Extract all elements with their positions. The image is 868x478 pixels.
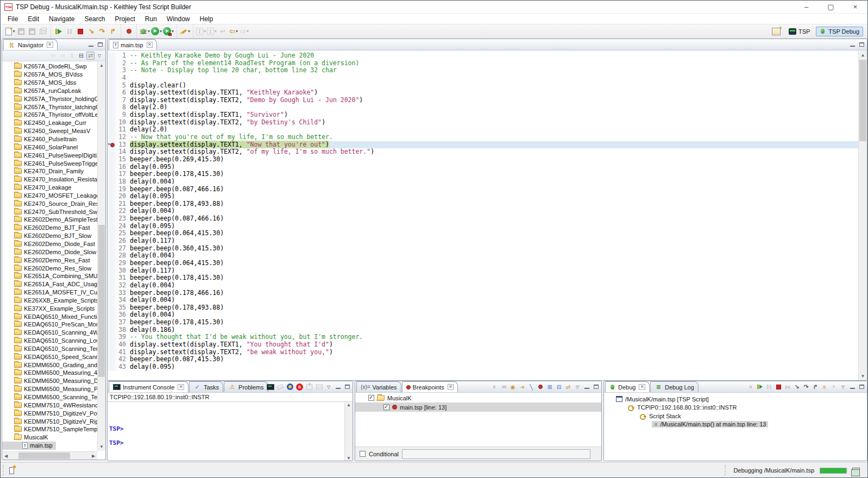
breakpoint-gutter[interactable] [108, 215, 116, 223]
breakpoint-gutter[interactable] [108, 97, 116, 104]
new-wizard-button[interactable]: ✦▾ [5, 26, 15, 37]
editor-line[interactable]: 18delay(0.004) [108, 178, 858, 186]
minimize-button[interactable]: – [794, 1, 819, 13]
editor-line[interactable]: 35beeper.beep(0.178,493.88) [108, 304, 858, 312]
editor-line[interactable]: 27beeper.beep(0.360,415.30) [108, 245, 858, 253]
navigator-item[interactable]: MusicalK [2, 433, 97, 442]
tab-main-tsp[interactable]: T main.tsp ✕ [109, 39, 157, 50]
navigator-item[interactable]: KE2602Demo_Res_Fast [2, 256, 97, 264]
menu-window[interactable]: Window [162, 14, 195, 24]
breakpoint-gutter[interactable] [108, 200, 116, 208]
minimize-view-icon[interactable] [848, 41, 856, 48]
debug-script-stack-row[interactable]: Script Stack [604, 412, 867, 420]
navigator-item[interactable]: KE2602Demo_Diode_Fast [2, 240, 97, 248]
collapse-all-icon[interactable]: ⊟ [77, 52, 85, 59]
navigator-item[interactable]: K2657A_runCapLeak [2, 87, 97, 95]
drop-to-frame-icon[interactable]: ⌖ [830, 383, 838, 391]
editor-line[interactable]: 3-- Note - Display top line 20 char, bot… [108, 67, 858, 74]
breakpoint-gutter[interactable] [108, 156, 116, 163]
navigator-item[interactable]: KEDMM6500_Measuring_4W_R [2, 369, 97, 377]
maximize-view-icon[interactable] [343, 383, 351, 391]
breakpoint-gutter[interactable] [108, 334, 116, 341]
navigator-item[interactable]: KEDMM6500_Scanning_Temper [2, 393, 97, 401]
breakpoint-gutter[interactable] [108, 356, 116, 363]
navigator-item[interactable]: KEDAQ6510_Scanning_Tempera [2, 345, 97, 353]
editor-line[interactable]: 6display.settext(display.TEXT1, "Keithle… [108, 89, 858, 97]
run-config-button[interactable]: ▾ [163, 26, 174, 37]
forward-button[interactable]: ⇨▾ [240, 26, 249, 37]
print-button[interactable] [38, 26, 48, 37]
editor-line[interactable]: 12-- Now that you're out of my life, I'm… [108, 134, 858, 141]
navigator-item[interactable]: KEDAQ6510_Mixed_Function_S [2, 312, 97, 320]
breakpoint-row[interactable]: main.tsp [line: 13] [355, 402, 601, 412]
breakpoint-gutter[interactable] [108, 245, 116, 253]
breakpoint-gutter[interactable] [108, 67, 116, 74]
breakpoint-gutter[interactable] [108, 297, 116, 304]
menu-edit[interactable]: Edit [23, 14, 44, 24]
navigator-item[interactable]: KEDMM6500_Measuring_Power [2, 385, 97, 393]
editor-line[interactable]: 31beeper.beep(0.178,415.30) [108, 274, 858, 282]
breakpoint-gutter[interactable] [108, 260, 116, 267]
navigator-item[interactable]: KEDMM7510_DigitizeV_RippleV [2, 417, 97, 425]
run-button[interactable]: ▾ [151, 26, 162, 37]
checkbox-checked[interactable] [368, 395, 374, 401]
breakpoint-marker[interactable]: ➤ [108, 141, 116, 149]
go-to-file-icon[interactable]: ⇥ [518, 383, 526, 391]
open-console-icon[interactable] [266, 383, 274, 391]
navigator-item[interactable]: KE2470_Source_Drain_Resistanc [2, 199, 97, 207]
editor-line[interactable]: 26delay(0.117) [108, 237, 858, 245]
step-into-icon[interactable]: ↘ [793, 383, 801, 391]
navigator-item[interactable]: K2657A_MOS_BVdss [2, 71, 97, 79]
open-perspective-icon[interactable] [772, 28, 781, 35]
maximize-view-icon[interactable] [592, 383, 600, 391]
editor-code[interactable]: 1-- Keithley Karaoke Demo by Gough Lui -… [108, 51, 858, 380]
navigator-item[interactable]: KE2651A_MOSFET_IV_Curves [2, 288, 97, 297]
editor-line[interactable]: ➤13display.settext(display.TEXT1, "Now t… [108, 141, 858, 149]
navigator-item[interactable]: KE2651A_Combining_SMUs_for [2, 272, 97, 280]
navigator-item[interactable]: K2657A_Thyristor_holdingCurr [2, 95, 97, 103]
previous-annotation-button[interactable]: ↥▾ [207, 26, 217, 37]
editor-line[interactable]: 41display.settext(display.TEXT2, "be wea… [108, 349, 858, 356]
debug-launch-row[interactable]: /MusicalK/main.tsp [TSP Script] [604, 395, 867, 404]
editor-line[interactable]: 36delay(0.004) [108, 311, 858, 319]
perspective-tsp-debug[interactable]: TSP Debug [816, 27, 863, 36]
navigator-item[interactable]: KE2450_SweepI_MeasV [2, 127, 97, 135]
breakpoint-gutter[interactable] [108, 111, 116, 119]
breakpoint-gutter[interactable] [108, 319, 116, 326]
add-breakpoint-icon[interactable] [537, 383, 544, 391]
navigator-item[interactable]: K2657A_Thyristor_offVoltLeakI [2, 111, 97, 119]
conditional-checkbox[interactable] [360, 451, 366, 457]
maximize-button[interactable]: ▢ [819, 1, 843, 13]
editor-line[interactable]: 25beeper.beep(0.064,415.30) [108, 230, 858, 237]
breakpoint-gutter[interactable] [108, 341, 116, 349]
editor-scrollbar[interactable]: ▲ ▼ [858, 51, 867, 380]
pause-icon[interactable] [765, 383, 773, 391]
navigator-item[interactable]: KE2450_Leakage_Curr [2, 119, 97, 127]
instrument-resource[interactable]: TCPIP0::192.168.80.19::inst0::INSTR [108, 393, 353, 402]
maximize-view-icon[interactable] [96, 41, 104, 48]
editor-line[interactable]: 24delay(0.095) [108, 223, 858, 230]
breakpoint-gutter[interactable] [108, 363, 116, 371]
editor-line[interactable]: 1-- Keithley Karaoke Demo by Gough Lui -… [108, 52, 858, 60]
navigator-item[interactable]: KEDAQ6510_PreScan_Monitor [2, 320, 97, 329]
editor-line[interactable]: 9display.settext(display.TEXT1, "Survivo… [108, 111, 858, 119]
menu-search[interactable]: Search [79, 14, 110, 24]
scroll-lock-icon[interactable] [315, 383, 323, 391]
breakpoint-gutter[interactable] [108, 274, 116, 282]
breakpoint-gutter[interactable] [108, 282, 116, 290]
navigator-item[interactable]: Tmain.tsp [2, 442, 56, 450]
breakpoint-gutter[interactable] [108, 311, 116, 319]
console-output[interactable]: TSP>TSP> [108, 402, 344, 461]
editor-line[interactable]: 33beeper.beep(0.178,466.16) [108, 290, 858, 297]
navigator-item[interactable]: KEDMM7510_4WResistance [2, 401, 97, 409]
disconnect-icon[interactable]: ⋈ [784, 383, 791, 391]
breakpoint-gutter[interactable] [108, 230, 116, 237]
editor-line[interactable]: 16delay(0.095) [108, 163, 858, 171]
minimize-view-icon[interactable] [87, 41, 95, 48]
menu-file[interactable]: File [3, 14, 23, 24]
menu-navigate[interactable]: Navigate [44, 14, 79, 24]
console-scrollbar[interactable]: ▲ ▼ [344, 402, 353, 461]
save-button[interactable] [16, 26, 26, 37]
abort-icon[interactable] [286, 383, 294, 391]
remove-breakpoint-icon[interactable]: × [490, 383, 498, 391]
